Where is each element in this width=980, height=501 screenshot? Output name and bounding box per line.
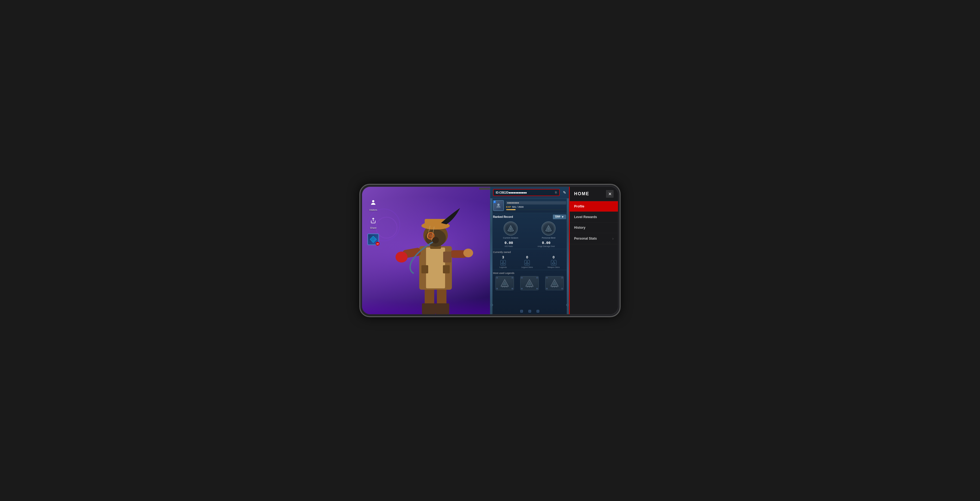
- svg-marker-3: [371, 237, 375, 241]
- share-button[interactable]: Share: [368, 216, 379, 229]
- home-title: HOME: [574, 191, 589, 196]
- screw-bottom-left: [491, 304, 493, 306]
- legends-label: Legends: [500, 266, 507, 268]
- dropdown-arrow-icon: ▼: [561, 215, 564, 218]
- exp-value: 581 / 3500: [512, 205, 524, 208]
- player-id-box[interactable]: ID:CBE2D■■■■■■■■■■■ ⎘: [493, 189, 560, 196]
- svg-rect-11: [422, 265, 428, 274]
- legend-skins-owned: 0 Legend Skins: [521, 255, 533, 268]
- phone-screen: Visitors Share: [362, 187, 618, 314]
- most-used-section: Most used Legends: [490, 270, 569, 314]
- current-season-emblem: [504, 221, 518, 235]
- visitors-label: Visitors: [369, 208, 377, 211]
- exp-progress-bar: [506, 209, 566, 210]
- menu-item-personal-stats[interactable]: Personal Stats ›: [570, 233, 618, 244]
- personal-best-label: Personal Best: [542, 237, 555, 239]
- svg-rect-12: [443, 265, 450, 274]
- game-area: Visitors Share: [362, 187, 569, 314]
- edit-icon[interactable]: ✎: [563, 190, 566, 195]
- menu-item-history[interactable]: History: [570, 223, 618, 233]
- avg-damage-stat: 0.00 erage Damage Deal: [538, 241, 555, 247]
- personal-best-emblem: [541, 221, 555, 235]
- exp-row: EXP 581 / 3500: [506, 205, 566, 208]
- legend-slot-1: [495, 276, 514, 290]
- legend-slot-3-icon: [550, 278, 559, 288]
- username-text: ■■■■■■■■: [506, 201, 566, 205]
- tpp-dropdown[interactable]: TPP ▼: [553, 215, 566, 219]
- connector-2: [528, 310, 531, 313]
- character-area: [384, 187, 487, 314]
- menu-history-label: History: [574, 226, 585, 229]
- most-used-label: Most used Legends: [493, 272, 566, 274]
- legends-count: 3: [502, 255, 504, 259]
- legends-owned: 3 Legends: [500, 255, 507, 268]
- close-button[interactable]: ✕: [606, 190, 614, 198]
- ranked-section: Ranked Record TPP ▼: [490, 213, 569, 249]
- current-season-card: Current Season: [493, 221, 528, 239]
- menu-profile-label: Profile: [574, 205, 584, 208]
- player-id-text: ID:CBE2D■■■■■■■■■■■: [496, 191, 554, 194]
- user-info-row: f ■■■■■■■■ EXP 581 / 3500: [490, 199, 569, 213]
- legend-slot-1-icon: [500, 278, 510, 288]
- profile-panel: ID:CBE2D■■■■■■■■■■■ ⎘ ✎ f: [490, 187, 569, 314]
- phone-shell: Visitors Share: [360, 184, 620, 317]
- avg-damage-label: erage Damage Deal: [538, 245, 555, 247]
- svg-rect-28: [443, 251, 451, 262]
- menu-item-level-rewards[interactable]: Level Rewards: [570, 212, 618, 223]
- legend-slot-2: [520, 276, 539, 290]
- panel-bottom-connectors: [520, 310, 539, 313]
- legends-icon: [500, 260, 506, 266]
- panel-right-bar: [567, 187, 569, 314]
- svg-rect-8: [436, 303, 449, 314]
- owned-section: Currently owned 3 Legends: [490, 249, 569, 270]
- rank-cards: Current Season: [493, 221, 566, 239]
- svg-marker-40: [502, 261, 505, 264]
- legend-skins-count: 0: [526, 255, 528, 259]
- profile-top-bar: ID:CBE2D■■■■■■■■■■■ ⎘ ✎: [490, 187, 569, 199]
- character-svg: [389, 197, 482, 314]
- kd-ratio-value: 0.00: [504, 241, 513, 245]
- visitors-icon: [368, 198, 378, 207]
- chevron-right-icon: ›: [612, 236, 614, 241]
- copy-icon[interactable]: ⎘: [555, 191, 557, 194]
- weapon-skins-icon: [551, 260, 557, 266]
- personal-best-card: Personal Best: [531, 221, 566, 239]
- share-icon: [368, 216, 378, 226]
- screw-bottom-right: [566, 304, 568, 306]
- kd-ratio-stat: 0.00 K/D Ratio: [504, 241, 513, 247]
- stats-row: 0.00 K/D Ratio 0.00 erage Damage Deal: [493, 241, 566, 247]
- legend-slot-3: [545, 276, 564, 290]
- currently-owned-label: Currently owned: [493, 251, 566, 253]
- svg-marker-42: [526, 261, 529, 264]
- exp-bar-fill: [506, 209, 515, 210]
- personal-best-emblem-inner: [543, 223, 554, 234]
- svg-point-0: [372, 200, 374, 202]
- connector-1: [520, 310, 523, 313]
- panel-left-bar: [490, 187, 492, 314]
- svg-rect-10: [426, 248, 445, 288]
- svg-point-23: [432, 237, 439, 243]
- menu-item-profile[interactable]: Profile: [570, 201, 618, 212]
- connector-3: [536, 310, 539, 313]
- visitors-button[interactable]: Visitors: [368, 198, 379, 211]
- ranked-header: Ranked Record TPP ▼: [493, 215, 566, 219]
- legend-slots: [493, 276, 566, 290]
- right-menu-header: HOME ✕: [570, 187, 618, 201]
- current-season-label: Current Season: [503, 237, 518, 239]
- svg-marker-44: [552, 261, 555, 264]
- weapon-skins-count: 0: [553, 255, 555, 259]
- badge-button[interactable]: [368, 234, 379, 245]
- menu-level-rewards-label: Level Rewards: [574, 215, 597, 219]
- avatar-frame: f: [493, 200, 504, 211]
- weapon-skins-owned: 0 Weapon Skins: [547, 255, 560, 268]
- user-details: ■■■■■■■■ EXP 581 / 3500: [506, 201, 566, 210]
- facebook-icon: f: [493, 201, 496, 203]
- legend-skins-label: Legend Skins: [521, 266, 533, 268]
- tpp-label: TPP: [555, 215, 560, 218]
- left-sidebar: Visitors Share: [368, 198, 379, 245]
- ranked-record-label: Ranked Record: [493, 215, 513, 218]
- avg-damage-value: 0.00: [542, 241, 550, 245]
- svg-point-29: [497, 204, 500, 206]
- kd-ratio-label: K/D Ratio: [505, 245, 513, 247]
- badge-icon: [368, 234, 379, 245]
